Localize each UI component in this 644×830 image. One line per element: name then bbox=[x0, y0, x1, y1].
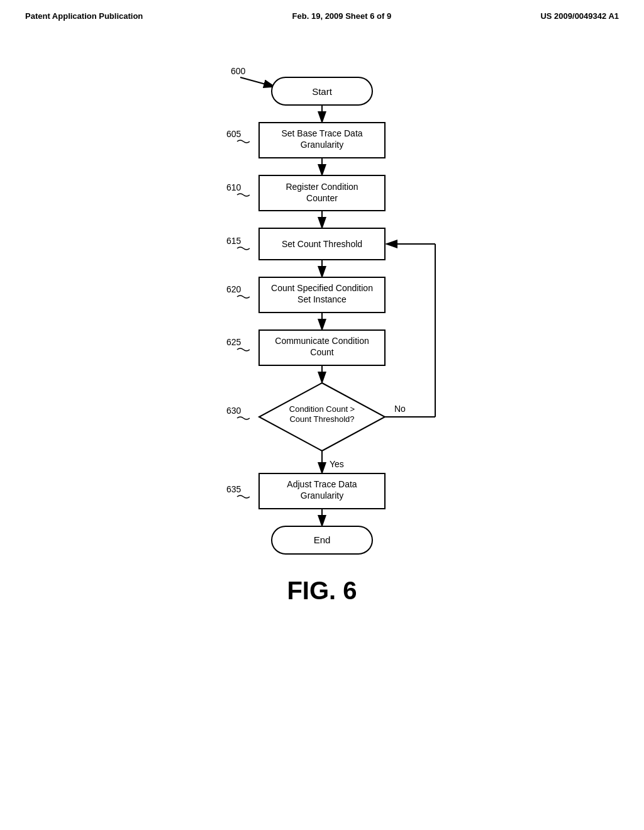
label-605: 605 bbox=[226, 129, 242, 139]
end-label: End bbox=[314, 534, 331, 545]
yes-label: Yes bbox=[330, 459, 344, 469]
label-635: 635 bbox=[226, 484, 242, 494]
step-610-label-line2: Counter bbox=[306, 193, 338, 203]
label-630: 630 bbox=[226, 406, 242, 416]
step-605-label-line2: Granularity bbox=[301, 140, 343, 150]
label-620: 620 bbox=[226, 284, 242, 294]
step-625-label-line2: Count bbox=[310, 347, 333, 357]
step-630-label-line1: Condition Count > bbox=[289, 404, 355, 414]
number-arrow bbox=[240, 77, 275, 87]
step-615-label: Set Count Threshold bbox=[282, 239, 362, 249]
flowchart-svg: 600 Start 605 Set Base Trace Data Granul… bbox=[133, 21, 511, 775]
header-left: Patent Application Publication bbox=[25, 11, 143, 21]
flowchart-container: 600 Start 605 Set Base Trace Data Granul… bbox=[133, 21, 511, 778]
label-625: 625 bbox=[226, 337, 242, 347]
squiggle-615 bbox=[237, 247, 250, 250]
step-635-label-line1: Adjust Trace Data bbox=[287, 479, 357, 489]
no-label: No bbox=[394, 404, 406, 414]
step-620-label-line2: Set Instance bbox=[297, 294, 347, 304]
step-620-label-line1: Count Specified Condition bbox=[271, 283, 373, 293]
start-label: Start bbox=[312, 86, 333, 97]
squiggle-620 bbox=[237, 296, 250, 298]
step-635-label-line2: Granularity bbox=[301, 490, 343, 501]
step-630-label-line2: Count Threshold? bbox=[289, 414, 354, 424]
squiggle-610 bbox=[237, 194, 250, 196]
header-right: US 2009/0049342 A1 bbox=[540, 11, 619, 21]
squiggle-630 bbox=[237, 417, 250, 419]
header-center: Feb. 19, 2009 Sheet 6 of 9 bbox=[292, 11, 392, 21]
figure-label: FIG. 6 bbox=[287, 577, 357, 604]
squiggle-635 bbox=[237, 495, 250, 498]
step-605-label-line1: Set Base Trace Data bbox=[281, 128, 362, 138]
label-615: 615 bbox=[226, 236, 242, 246]
step-610-label-line1: Register Condition bbox=[286, 182, 358, 192]
step-625-label-line1: Communicate Condition bbox=[275, 336, 369, 346]
squiggle-605 bbox=[237, 140, 250, 143]
diagram-number: 600 bbox=[231, 66, 246, 76]
page-header: Patent Application Publication Feb. 19, … bbox=[0, 0, 644, 21]
squiggle-625 bbox=[237, 348, 250, 351]
label-610: 610 bbox=[226, 182, 242, 192]
